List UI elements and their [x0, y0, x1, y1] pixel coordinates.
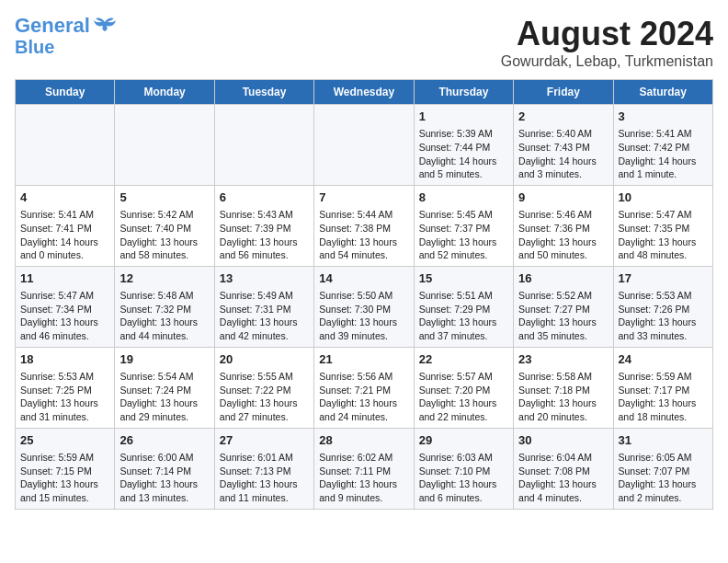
day-info: Sunrise: 5:41 AM	[20, 208, 109, 222]
day-info: Daylight: 13 hours	[220, 316, 309, 329]
day-info: Sunrise: 5:45 AM	[419, 208, 508, 222]
calendar-cell: 14Sunrise: 5:50 AMSunset: 7:30 PMDayligh…	[314, 266, 414, 347]
day-number: 20	[220, 351, 309, 368]
day-info: Sunset: 7:24 PM	[119, 384, 209, 397]
day-number: 16	[518, 270, 608, 287]
day-number: 29	[419, 432, 508, 449]
day-info: Sunrise: 6:02 AM	[319, 451, 408, 465]
day-info: Sunset: 7:32 PM	[119, 303, 209, 316]
calendar-cell: 5Sunrise: 5:42 AMSunset: 7:40 PMDaylight…	[115, 185, 214, 266]
day-info: Sunrise: 6:04 AM	[518, 451, 608, 465]
day-info: Sunrise: 5:47 AM	[20, 289, 109, 303]
day-info: Sunrise: 5:56 AM	[319, 370, 408, 384]
calendar-cell: 28Sunrise: 6:02 AMSunset: 7:11 PMDayligh…	[314, 428, 414, 509]
day-info: Sunrise: 5:39 AM	[419, 127, 508, 141]
calendar-cell: 22Sunrise: 5:57 AMSunset: 7:20 PMDayligh…	[414, 347, 513, 428]
day-info: and 48 minutes.	[619, 248, 708, 262]
calendar-cell: 6Sunrise: 5:43 AMSunset: 7:39 PMDaylight…	[214, 185, 313, 266]
day-info: Sunrise: 5:47 AM	[619, 208, 708, 222]
day-info: Daylight: 13 hours	[220, 396, 309, 410]
title-area: August 2024 Gowurdak, Lebap, Turkmenista…	[501, 15, 713, 70]
day-info: Sunrise: 5:57 AM	[419, 370, 508, 384]
day-info: Sunrise: 6:05 AM	[619, 451, 708, 465]
day-info: and 18 minutes.	[619, 410, 708, 424]
day-info: Sunset: 7:07 PM	[619, 465, 708, 478]
day-info: Daylight: 13 hours	[119, 236, 209, 249]
calendar-header: Sunday Monday Tuesday Wednesday Thursday…	[16, 80, 713, 105]
day-info: Sunrise: 5:40 AM	[518, 127, 608, 141]
day-info: and 9 minutes.	[319, 491, 408, 505]
day-info: Sunset: 7:15 PM	[20, 465, 109, 478]
day-info: Daylight: 13 hours	[119, 396, 209, 410]
main-title: August 2024	[501, 15, 713, 53]
day-number: 27	[220, 432, 309, 449]
day-info: Sunset: 7:43 PM	[518, 141, 608, 155]
calendar-cell	[314, 105, 414, 186]
day-info: Sunset: 7:41 PM	[20, 222, 109, 236]
day-number: 15	[419, 270, 508, 287]
calendar-cell: 2Sunrise: 5:40 AMSunset: 7:43 PMDaylight…	[514, 105, 613, 186]
day-info: and 54 minutes.	[319, 248, 408, 262]
day-info: and 46 minutes.	[20, 329, 109, 343]
day-info: Sunset: 7:42 PM	[619, 141, 708, 155]
header-wednesday: Wednesday	[314, 80, 414, 105]
calendar-cell: 9Sunrise: 5:46 AMSunset: 7:36 PMDaylight…	[514, 185, 613, 266]
day-number: 6	[220, 190, 309, 206]
day-info: Sunset: 7:13 PM	[220, 465, 309, 478]
day-info: Daylight: 13 hours	[119, 477, 209, 491]
day-info: Sunrise: 5:59 AM	[20, 451, 109, 465]
header-monday: Monday	[115, 80, 214, 105]
calendar-cell: 13Sunrise: 5:49 AMSunset: 7:31 PMDayligh…	[214, 266, 313, 347]
day-info: Sunrise: 5:55 AM	[220, 370, 309, 384]
day-info: Daylight: 13 hours	[319, 316, 408, 329]
day-info: Sunrise: 5:48 AM	[119, 289, 209, 303]
day-info: Sunrise: 5:52 AM	[518, 289, 608, 303]
day-info: Sunrise: 5:53 AM	[619, 289, 708, 303]
bird-icon	[92, 15, 118, 33]
day-info: Sunset: 7:25 PM	[20, 384, 109, 397]
day-info: Sunset: 7:39 PM	[220, 222, 309, 236]
day-info: Sunset: 7:08 PM	[518, 465, 608, 478]
day-info: and 22 minutes.	[419, 410, 508, 424]
day-info: Sunrise: 6:00 AM	[119, 451, 209, 465]
day-info: Sunrise: 5:46 AM	[518, 208, 608, 222]
day-number: 14	[319, 270, 408, 287]
day-info: and 27 minutes.	[220, 410, 309, 424]
day-number: 4	[20, 190, 109, 206]
calendar-cell: 11Sunrise: 5:47 AMSunset: 7:34 PMDayligh…	[16, 266, 115, 347]
day-info: Sunrise: 5:42 AM	[119, 208, 209, 222]
day-info: Sunset: 7:17 PM	[619, 384, 708, 397]
day-info: Sunset: 7:10 PM	[419, 465, 508, 478]
day-info: Daylight: 13 hours	[518, 236, 608, 249]
day-info: Sunrise: 5:54 AM	[119, 370, 209, 384]
day-info: and 35 minutes.	[518, 329, 608, 343]
calendar-cell: 10Sunrise: 5:47 AMSunset: 7:35 PMDayligh…	[613, 185, 712, 266]
day-info: and 15 minutes.	[20, 491, 109, 505]
day-info: Sunrise: 5:50 AM	[319, 289, 408, 303]
day-info: Daylight: 13 hours	[20, 396, 109, 410]
calendar-cell: 31Sunrise: 6:05 AMSunset: 7:07 PMDayligh…	[613, 428, 712, 509]
day-info: Sunset: 7:36 PM	[518, 222, 608, 236]
day-info: Sunrise: 5:58 AM	[518, 370, 608, 384]
day-info: and 58 minutes.	[119, 248, 209, 262]
logo-blue-text: Blue	[15, 37, 54, 57]
day-info: and 1 minute.	[619, 167, 708, 181]
logo: General Blue	[15, 15, 118, 57]
day-info: Sunrise: 5:51 AM	[419, 289, 508, 303]
day-info: and 31 minutes.	[20, 410, 109, 424]
calendar-cell: 30Sunrise: 6:04 AMSunset: 7:08 PMDayligh…	[514, 428, 613, 509]
day-info: Daylight: 13 hours	[119, 316, 209, 329]
day-number: 18	[20, 351, 109, 368]
day-info: Sunset: 7:44 PM	[419, 141, 508, 155]
day-info: Sunset: 7:31 PM	[220, 303, 309, 316]
day-info: Daylight: 13 hours	[518, 477, 608, 491]
calendar-cell: 1Sunrise: 5:39 AMSunset: 7:44 PMDaylight…	[414, 105, 513, 186]
day-number: 19	[119, 351, 209, 368]
day-info: Sunset: 7:18 PM	[518, 384, 608, 397]
day-info: Daylight: 13 hours	[619, 236, 708, 249]
calendar-week-1: 1Sunrise: 5:39 AMSunset: 7:44 PMDaylight…	[16, 105, 713, 186]
day-info: Sunset: 7:22 PM	[220, 384, 309, 397]
calendar-cell: 24Sunrise: 5:59 AMSunset: 7:17 PMDayligh…	[613, 347, 712, 428]
calendar-cell	[16, 105, 115, 186]
calendar-cell: 18Sunrise: 5:53 AMSunset: 7:25 PMDayligh…	[16, 347, 115, 428]
